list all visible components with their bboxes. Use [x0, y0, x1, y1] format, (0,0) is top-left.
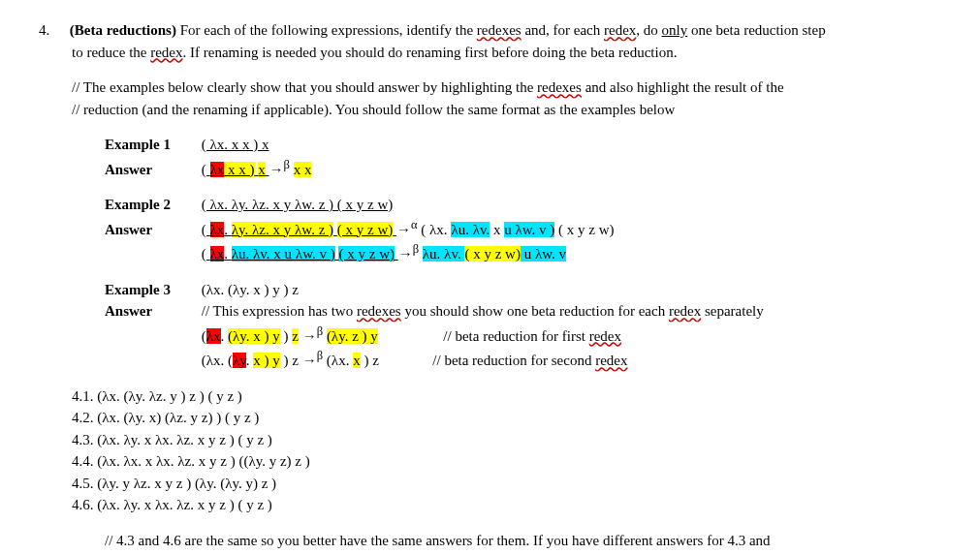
- question-title: (Beta reductions) For each of the follow…: [70, 22, 826, 38]
- example-1-expression: ( λx. x x ) x: [202, 137, 269, 152]
- example-1-result: x x: [294, 162, 312, 177]
- footnote-line-1: // 4.3 and 4.6 are the same so you bette…: [105, 530, 941, 552]
- problem-4-4: 4.4. (λx. λx. x λx. λz. x y z ) ((λy. y …: [72, 450, 941, 473]
- problem-4-3: 4.3. (λx. λy. x λx. λz. x y z ) ( y z ): [72, 429, 941, 451]
- example-1-answer: Answer ( λx x x ) x →β x x: [105, 156, 941, 181]
- problem-4-5: 4.5. (λy. y λz. x y z ) (λy. (λy. y) z ): [72, 473, 941, 495]
- example-3-label-line: Example 3 (λx. (λy. x ) y ) z: [105, 279, 941, 301]
- question-header: 4. (Beta reductions) For each of the fol…: [39, 19, 941, 42]
- example-3-answer-comment: Answer // This expression has two redexe…: [105, 300, 941, 323]
- problem-4-1: 4.1. (λx. (λy. λz. y ) z ) ( y z ): [72, 385, 941, 408]
- example-2-answer-b: ( λx. λu. λv. x u λw. v ) ( x y z w) →β …: [105, 240, 941, 265]
- word-redex: redex: [604, 22, 636, 38]
- example-2-expression: ( λx. λy. λz. x y λw. z ) ( x y z w): [202, 197, 394, 212]
- example-2-label: Example 2: [105, 194, 198, 216]
- example-3-label: Example 3: [105, 279, 198, 301]
- comment-line-2: // reduction (and the renaming if applic…: [72, 99, 941, 121]
- example-2-answer-a: Answer ( λx. λy. λz. x y λw. z ) ( x y z…: [105, 216, 941, 241]
- example-2-label-line: Example 2 ( λx. λy. λz. x y λw. z ) ( x …: [105, 194, 941, 216]
- answer-label: Answer: [105, 159, 198, 181]
- example-3-expression: (λx. (λy. x ) y ) z: [202, 282, 299, 297]
- intro-line2: to reduce the redex. If renaming is need…: [72, 42, 941, 64]
- title-bold: (Beta reductions): [70, 22, 176, 38]
- example-1-label-line: Example 1 ( λx. x x ) x: [105, 134, 941, 156]
- example-3-answer-a: (λx. (λy. x ) y ) z →β (λy. z ) y // bet…: [105, 323, 941, 348]
- problem-4-6: 4.6. (λx. λy. x λx. λz. x y z ) ( y z ): [72, 494, 941, 516]
- problem-4-2: 4.2. (λx. (λy. x) (λz. y z) ) ( y z ): [72, 407, 941, 429]
- comment-line-1: // The examples below clearly show that …: [72, 77, 941, 99]
- example-3-answer-b: (λx. (λy. x ) y ) z →β (λx. x ) z // bet…: [105, 347, 941, 372]
- word-only: only: [662, 22, 688, 38]
- question-number: 4.: [39, 19, 66, 42]
- example-1-label: Example 1: [105, 134, 198, 156]
- word-redexes: redexes: [477, 22, 522, 38]
